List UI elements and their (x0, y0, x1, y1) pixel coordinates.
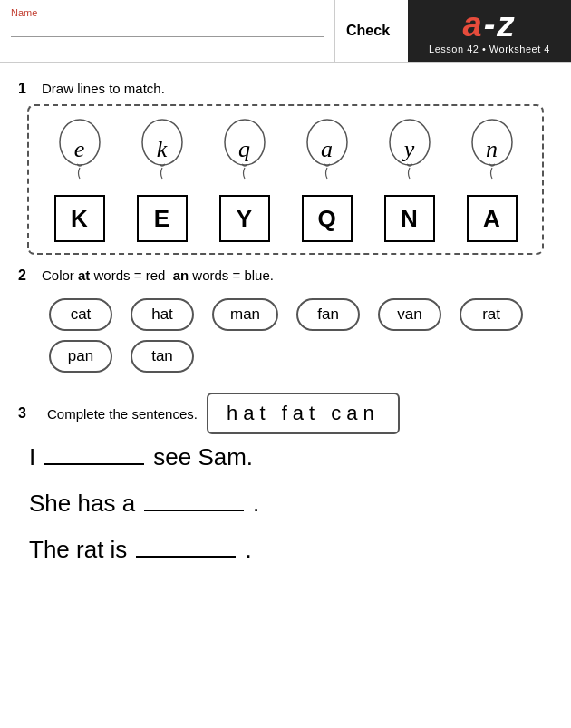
word-oval: tan (131, 340, 194, 373)
word-oval: van (378, 298, 441, 331)
at-bold: at (78, 267, 90, 283)
logo-az: a-z (463, 7, 517, 42)
word-oval: rat (460, 298, 523, 331)
balloon-letter: k (157, 136, 168, 163)
content: 1 Draw lines to match. e (0, 63, 571, 587)
section1-instruction: Draw lines to match. (42, 81, 165, 96)
section3-instruction: Complete the sentences. (47, 406, 198, 422)
name-section: Name (0, 0, 335, 62)
section2-num: 2 (18, 267, 36, 284)
section2-instruction: Color at words = red an words = blue. (42, 267, 274, 283)
sentence-1-blank (44, 440, 144, 465)
letter-box: K (54, 195, 105, 242)
balloons-row: e k (38, 117, 533, 182)
word-oval: cat (49, 298, 112, 331)
an-bold: an (173, 267, 189, 283)
balloon-item: a (299, 117, 355, 182)
balloon-shape: q (217, 117, 273, 182)
balloon-item: k (134, 117, 190, 182)
word-oval: hat (131, 298, 194, 331)
balloon-letter: a (321, 136, 333, 163)
sentence-1-part2: see Sam. (153, 443, 253, 471)
letter-box: E (137, 195, 188, 242)
word-oval: pan (49, 340, 112, 373)
sentence-2-part2: . (253, 490, 259, 518)
balloon-item: y (382, 117, 438, 182)
letter-boxes-row: KEYQNA (38, 195, 533, 242)
logo-section: a-z Lesson 42 • Worksheet 4 (408, 0, 571, 62)
section1-num: 1 (18, 81, 36, 97)
sentence-1: I see Sam. (29, 440, 553, 471)
word-oval: fan (296, 298, 360, 331)
sentence-2-blank (144, 486, 244, 511)
letter-box: Y (219, 195, 270, 242)
letter-box: Q (302, 195, 353, 242)
sentence-3-part2: . (245, 536, 251, 564)
balloon-letter: y (404, 136, 415, 163)
balloon-matching-box: e k (27, 104, 544, 255)
balloon-shape: n (464, 117, 520, 182)
balloon-shape: e (52, 117, 108, 182)
sentence-3-blank (136, 532, 236, 558)
balloon-item: n (464, 117, 520, 182)
sentence-2: She has a . (29, 486, 553, 518)
sentence-3-part1: The rat is (29, 536, 127, 564)
logo-a: a (463, 5, 484, 44)
balloon-shape: k (134, 117, 190, 182)
letter-box: N (384, 195, 435, 242)
letter-box: A (467, 195, 518, 242)
balloon-letter: q (238, 136, 250, 163)
balloon-letter: e (74, 136, 85, 163)
logo-lesson: Lesson 42 • Worksheet 4 (429, 44, 550, 54)
name-label: Name (11, 7, 324, 18)
word-oval: man (212, 298, 278, 331)
header: Name Check a-z Lesson 42 • Worksheet 4 (0, 0, 571, 63)
sentence-1-part1: I (29, 443, 35, 471)
section3-label: 3 Complete the sentences. (18, 405, 198, 422)
balloon-shape: y (382, 117, 438, 182)
section3-num: 3 (18, 405, 36, 422)
check-label: Check (346, 23, 390, 39)
balloon-item: e (52, 117, 108, 182)
check-section: Check (335, 0, 408, 62)
sentences: I see Sam. She has a . The rat is . (29, 440, 553, 564)
balloon-shape: a (299, 117, 355, 182)
section1-header: 1 Draw lines to match. (18, 81, 553, 97)
balloon-letter: n (486, 136, 498, 163)
color-words-grid: cathatmanfanvanratpantan (40, 291, 553, 380)
section2-header: 2 Color at words = red an words = blue. (18, 267, 553, 284)
word-bank-box: hat fat can (207, 393, 400, 434)
section3-header-row: 3 Complete the sentences. hat fat can (18, 393, 553, 434)
sentence-3: The rat is . (29, 532, 553, 564)
name-input[interactable] (11, 21, 324, 37)
balloon-item: q (217, 117, 273, 182)
sentence-2-part1: She has a (29, 490, 135, 518)
